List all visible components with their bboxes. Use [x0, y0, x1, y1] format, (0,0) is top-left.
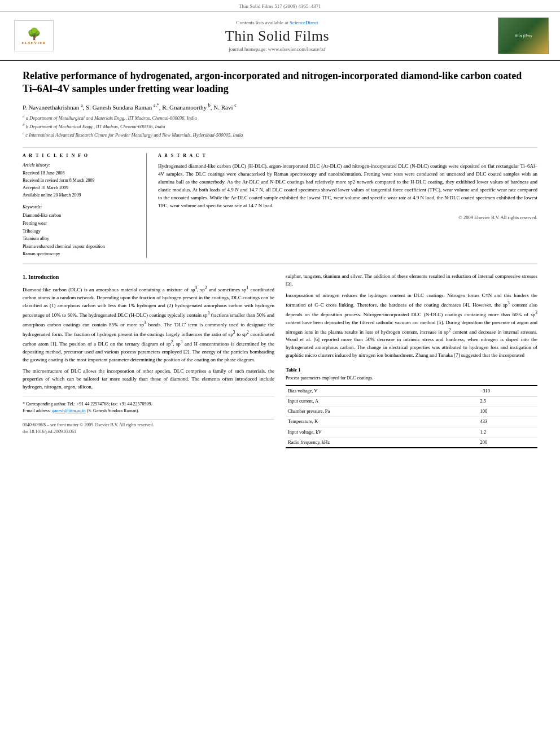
keyword-5: Plasma enhanced chemical vapour depositi…	[23, 243, 138, 251]
table1: Bias voltage, V −310 Input current, A 2.…	[286, 385, 537, 448]
info-abstract-section: A R T I C L E I N F O Article history: R…	[23, 147, 537, 264]
footnote-email-link[interactable]: ganesh@iitm.ac.in	[52, 408, 86, 413]
journal-top-bar: Thin Solid Films 517 (2009) 4365–4371	[0, 0, 560, 12]
affiliation-b: b b Department of Mechanical Engg., IIT …	[23, 122, 537, 130]
body-col-right: sulphur, tungsten, titanium and silver. …	[286, 273, 537, 448]
keyword-2: Fretting wear	[23, 220, 138, 228]
elsevier-tree-icon: 🌳	[27, 27, 41, 41]
copyright-line: © 2009 Elsevier B.V. All rights reserved…	[158, 215, 537, 220]
table-row: Bias voltage, V −310	[286, 386, 537, 396]
keyword-6: Raman spectroscopy	[23, 250, 138, 258]
abstract-section: A B S T R A C T Hydrogenated diamond-lik…	[158, 153, 537, 258]
table1-title: Table 1	[286, 366, 537, 374]
table-cell-param-6: Radio frequency, kHz	[286, 437, 478, 448]
affiliation-a: a a Department of Metallurgical and Mate…	[23, 113, 537, 122]
elsevier-logo-image: 🌳 ELSEVIER	[14, 20, 54, 51]
article-info-title: A R T I C L E I N F O	[23, 153, 138, 158]
revised-date: Received in revised form 8 March 2009	[23, 177, 138, 185]
affiliations: a a Department of Metallurgical and Mate…	[23, 113, 537, 138]
intro-para-1: Diamond-like carbon (DLC) is an amorphou…	[23, 285, 274, 364]
journal-header-center: Contents lists available at ScienceDirec…	[56, 20, 498, 52]
table-row: Chamber pressure, Pa 100	[286, 407, 537, 417]
footnote-email-label: E-mail address:	[23, 408, 51, 413]
table1-section: Table 1 Process parameters employed for …	[286, 366, 537, 448]
thin-films-logo: thin films	[498, 18, 549, 54]
article-history-items: Received 18 June 2008 Received in revise…	[23, 170, 138, 199]
footer-doi: doi:10.1016/j.tsf.2009.03.061	[23, 429, 274, 435]
right-para-1: sulphur, tungsten, titanium and silver. …	[286, 273, 537, 289]
table-cell-param-2: Input current, A	[286, 396, 478, 407]
section1-heading: 1. Introduction	[23, 273, 274, 282]
table-cell-val-6: 200	[478, 437, 537, 448]
table-cell-param-1: Bias voltage, V	[286, 386, 478, 396]
received-date: Received 18 June 2008	[23, 170, 138, 177]
right-para-2: Incorporation of nitrogen reduces the hy…	[286, 292, 537, 360]
keywords-list: Diamond-like carbon Fretting wear Tribol…	[23, 212, 138, 258]
article-history-label: Article history:	[23, 163, 138, 168]
main-content: Relative performance of hydrogenated, ar…	[0, 61, 560, 460]
elsevier-text: ELSEVIER	[21, 41, 46, 45]
page-footer: 0040-6090/$ – see front matter © 2009 El…	[23, 419, 274, 436]
keyword-4: Titanium alloy	[23, 235, 138, 243]
footnote-email-tail: (S. Ganesh Sundara Raman).	[87, 408, 139, 413]
affiliation-c: c c International Advanced Research Cent…	[23, 130, 537, 139]
keyword-1: Diamond-like carbon	[23, 212, 138, 220]
journal-header: 🌳 ELSEVIER Contents lists available at S…	[0, 12, 560, 61]
paper-title: Relative performance of hydrogenated, ar…	[23, 69, 537, 96]
contents-available-line: Contents lists available at ScienceDirec…	[56, 20, 498, 25]
abstract-title: A B S T R A C T	[158, 153, 537, 158]
table-cell-val-5: 1.2	[478, 427, 537, 437]
table1-body: Bias voltage, V −310 Input current, A 2.…	[286, 386, 537, 448]
accepted-date: Accepted 10 March 2009	[23, 185, 138, 192]
table-row: Temperature, K 433	[286, 417, 537, 427]
elsevier-logo: 🌳 ELSEVIER	[11, 20, 56, 51]
table-row: Input current, A 2.5	[286, 396, 537, 407]
table-cell-param-4: Temperature, K	[286, 417, 478, 427]
keyword-3: Tribology	[23, 228, 138, 235]
keywords-label: Keywords:	[23, 204, 138, 209]
journal-citation: Thin Solid Films 517 (2009) 4365–4371	[239, 3, 321, 9]
homepage-text: journal homepage: www.elsevier.com/locat…	[229, 46, 325, 52]
table-cell-val-2: 2.5	[478, 396, 537, 407]
authors-line: P. Navaneethakrishnan a, S. Ganesh Sunda…	[23, 103, 537, 111]
table1-caption: Process parameters employed for DLC coat…	[286, 375, 537, 382]
table-cell-val-1: −310	[478, 386, 537, 396]
table-cell-val-4: 433	[478, 417, 537, 427]
footnote-star: * Corresponding author. Tel.: +91 44 225…	[23, 401, 274, 414]
body-two-columns: 1. Introduction Diamond-like carbon (DLC…	[23, 273, 537, 448]
table-row: Radio frequency, kHz 200	[286, 437, 537, 448]
table-cell-param-5: Input voltage, kV	[286, 427, 478, 437]
journal-homepage: journal homepage: www.elsevier.com/locat…	[56, 46, 498, 52]
footnote-separator	[23, 396, 274, 396]
intro-para-2: The microstructure of DLC allows the inc…	[23, 368, 274, 391]
online-date: Available online 20 March 2009	[23, 192, 138, 199]
table-cell-val-3: 100	[478, 407, 537, 417]
contents-text: Contents lists available at	[237, 20, 288, 25]
body-col-left: 1. Introduction Diamond-like carbon (DLC…	[23, 273, 274, 448]
footer-issn: 0040-6090/$ – see front matter © 2009 El…	[23, 422, 274, 429]
article-info: A R T I C L E I N F O Article history: R…	[23, 153, 147, 258]
table-cell-param-3: Chamber pressure, Pa	[286, 407, 478, 417]
sciencedirect-link[interactable]: ScienceDirect	[290, 20, 318, 25]
thin-films-logo-text: thin films	[515, 33, 532, 38]
abstract-text: Hydrogenated diamond-like carbon (DLC) (…	[158, 163, 537, 210]
table-row: Input voltage, kV 1.2	[286, 427, 537, 437]
journal-title: Thin Solid Films	[56, 28, 498, 45]
footnote-star-text: * Corresponding author. Tel.: +91 44 225…	[23, 401, 152, 407]
